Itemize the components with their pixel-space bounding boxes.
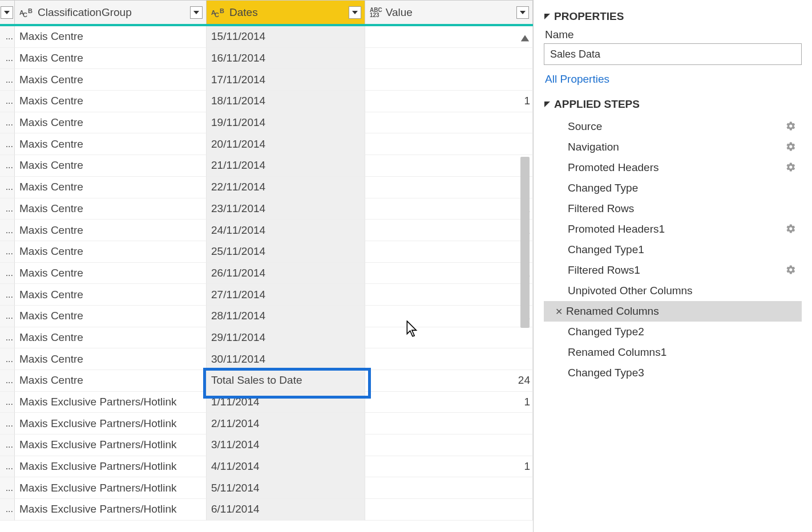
cell-classificationgroup[interactable]: Maxis Centre bbox=[15, 220, 207, 241]
applied-steps-section-header[interactable]: APPLIED STEPS bbox=[544, 98, 802, 111]
cell-dates[interactable]: 1/11/2014 bbox=[207, 392, 365, 413]
applied-step-item[interactable]: Filtered Rows1 bbox=[544, 260, 802, 281]
properties-section-header[interactable]: PROPERTIES bbox=[544, 10, 802, 23]
applied-step-item[interactable]: Source bbox=[544, 116, 802, 137]
table-row[interactable]: ...Maxis Centre15/11/2014 bbox=[0, 26, 533, 48]
cell-value[interactable] bbox=[365, 413, 533, 434]
column-filter-dropdown[interactable] bbox=[190, 6, 203, 19]
cell-dates[interactable]: 5/11/2014 bbox=[207, 477, 365, 499]
row-number-cell[interactable]: ... bbox=[0, 198, 15, 220]
cell-dates[interactable]: 21/11/2014 bbox=[207, 155, 365, 177]
grid-body[interactable]: ...Maxis Centre15/11/2014...Maxis Centre… bbox=[0, 26, 533, 532]
applied-step-item[interactable]: Renamed Columns1 bbox=[544, 342, 802, 363]
scroll-thumb[interactable] bbox=[520, 157, 530, 328]
delete-step-icon[interactable]: ✕ bbox=[555, 306, 563, 317]
cell-classificationgroup[interactable]: Maxis Centre bbox=[15, 241, 207, 263]
table-row[interactable]: ...Maxis Centre28/11/20141 bbox=[0, 306, 533, 327]
cell-dates[interactable]: 22/11/2014 bbox=[207, 177, 365, 198]
table-row[interactable]: ...Maxis Centre24/11/20141 bbox=[0, 220, 533, 241]
applied-step-item[interactable]: ✕Renamed Columns bbox=[544, 301, 802, 322]
cell-dates[interactable]: 24/11/2014 bbox=[207, 220, 365, 241]
column-header-value[interactable]: ABC123 Value bbox=[365, 1, 533, 24]
cell-value[interactable]: 1 bbox=[365, 220, 533, 241]
cell-dates[interactable]: 27/11/2014 bbox=[207, 284, 365, 306]
table-row[interactable]: ...Maxis CentreTotal Sales to Date24 bbox=[0, 370, 533, 392]
applied-step-item[interactable]: Changed Type2 bbox=[544, 322, 802, 342]
cell-classificationgroup[interactable]: Maxis Centre bbox=[15, 306, 207, 327]
cell-dates[interactable]: 29/11/2014 bbox=[207, 327, 365, 349]
cell-classificationgroup[interactable]: Maxis Centre bbox=[15, 26, 207, 48]
row-number-header[interactable] bbox=[0, 1, 15, 24]
cell-classificationgroup[interactable]: Maxis Exclusive Partners/Hotlink bbox=[15, 499, 207, 521]
cell-classificationgroup[interactable]: Maxis Centre bbox=[15, 91, 207, 112]
cell-value[interactable] bbox=[365, 48, 533, 70]
table-row[interactable]: ...Maxis Centre27/11/2014 bbox=[0, 284, 533, 306]
table-row[interactable]: ...Maxis Centre29/11/2014 bbox=[0, 327, 533, 349]
cell-classificationgroup[interactable]: Maxis Exclusive Partners/Hotlink bbox=[15, 392, 207, 413]
cell-classificationgroup[interactable]: Maxis Centre bbox=[15, 348, 207, 370]
cell-value[interactable] bbox=[365, 499, 533, 521]
table-row[interactable]: ...Maxis Centre26/11/20141 bbox=[0, 263, 533, 285]
cell-dates[interactable]: 25/11/2014 bbox=[207, 241, 365, 263]
table-row[interactable]: ...Maxis Centre20/11/2014 bbox=[0, 133, 533, 155]
cell-value[interactable] bbox=[365, 434, 533, 456]
gear-icon[interactable] bbox=[786, 141, 796, 155]
table-row[interactable]: ...Maxis Exclusive Partners/Hotlink4/11/… bbox=[0, 456, 533, 478]
applied-step-item[interactable]: Unpivoted Other Columns bbox=[544, 281, 802, 301]
cell-dates[interactable]: 16/11/2014 bbox=[207, 48, 365, 70]
cell-value[interactable]: 1 bbox=[365, 91, 533, 112]
row-number-cell[interactable]: ... bbox=[0, 69, 15, 91]
cell-dates[interactable]: 4/11/2014 bbox=[207, 456, 365, 478]
applied-step-item[interactable]: Promoted Headers1 bbox=[544, 219, 802, 239]
row-number-cell[interactable]: ... bbox=[0, 241, 15, 263]
applied-step-item[interactable]: Changed Type3 bbox=[544, 363, 802, 383]
cell-value[interactable] bbox=[365, 284, 533, 306]
table-row[interactable]: ...Maxis Exclusive Partners/Hotlink2/11/… bbox=[0, 413, 533, 434]
row-number-cell[interactable]: ... bbox=[0, 263, 15, 285]
row-number-cell[interactable]: ... bbox=[0, 284, 15, 306]
cell-value[interactable] bbox=[365, 327, 533, 349]
row-number-cell[interactable]: ... bbox=[0, 48, 15, 70]
cell-value[interactable] bbox=[365, 26, 533, 48]
row-number-cell[interactable]: ... bbox=[0, 220, 15, 241]
table-row[interactable]: ...Maxis Centre25/11/2014 bbox=[0, 241, 533, 263]
column-header-classificationgroup[interactable]: B ClassificationGroup bbox=[15, 1, 207, 24]
vertical-scrollbar[interactable] bbox=[518, 29, 532, 532]
cell-value[interactable] bbox=[365, 112, 533, 134]
cell-dates[interactable]: 18/11/2014 bbox=[207, 91, 365, 112]
table-row[interactable]: ...Maxis Exclusive Partners/Hotlink6/11/… bbox=[0, 499, 533, 521]
row-number-cell[interactable]: ... bbox=[0, 499, 15, 521]
cell-classificationgroup[interactable]: Maxis Centre bbox=[15, 327, 207, 349]
row-number-cell[interactable]: ... bbox=[0, 456, 15, 478]
cell-value[interactable]: 1 bbox=[365, 306, 533, 327]
cell-classificationgroup[interactable]: Maxis Centre bbox=[15, 69, 207, 91]
table-row[interactable]: ...Maxis Centre18/11/20141 bbox=[0, 91, 533, 112]
row-number-cell[interactable]: ... bbox=[0, 112, 15, 134]
cell-value[interactable]: 1 bbox=[365, 456, 533, 478]
table-row[interactable]: ...Maxis Exclusive Partners/Hotlink3/11/… bbox=[0, 434, 533, 456]
cell-classificationgroup[interactable]: Maxis Centre bbox=[15, 198, 207, 220]
cell-classificationgroup[interactable]: Maxis Exclusive Partners/Hotlink bbox=[15, 456, 207, 478]
cell-classificationgroup[interactable]: Maxis Exclusive Partners/Hotlink bbox=[15, 434, 207, 456]
applied-step-item[interactable]: Changed Type1 bbox=[544, 239, 802, 260]
table-row[interactable]: ...Maxis Centre23/11/20141 bbox=[0, 198, 533, 220]
cell-dates[interactable]: 19/11/2014 bbox=[207, 112, 365, 134]
cell-dates[interactable]: 17/11/2014 bbox=[207, 69, 365, 91]
applied-step-item[interactable]: Filtered Rows bbox=[544, 198, 802, 219]
row-number-cell[interactable]: ... bbox=[0, 177, 15, 198]
cell-dates[interactable]: 23/11/2014 bbox=[207, 198, 365, 220]
cell-dates[interactable]: 15/11/2014 bbox=[207, 26, 365, 48]
row-number-cell[interactable]: ... bbox=[0, 392, 15, 413]
table-row[interactable]: ...Maxis Exclusive Partners/Hotlink1/11/… bbox=[0, 392, 533, 413]
cell-value[interactable]: 1 bbox=[365, 198, 533, 220]
cell-value[interactable] bbox=[365, 133, 533, 155]
table-row[interactable]: ...Maxis Exclusive Partners/Hotlink5/11/… bbox=[0, 477, 533, 499]
cell-value[interactable] bbox=[365, 241, 533, 263]
row-number-cell[interactable]: ... bbox=[0, 413, 15, 434]
row-number-cell[interactable]: ... bbox=[0, 348, 15, 370]
row-number-cell[interactable]: ... bbox=[0, 26, 15, 48]
cell-dates[interactable]: 6/11/2014 bbox=[207, 499, 365, 521]
cell-classificationgroup[interactable]: Maxis Centre bbox=[15, 48, 207, 70]
gear-icon[interactable] bbox=[786, 265, 796, 278]
row-number-cell[interactable]: ... bbox=[0, 434, 15, 456]
